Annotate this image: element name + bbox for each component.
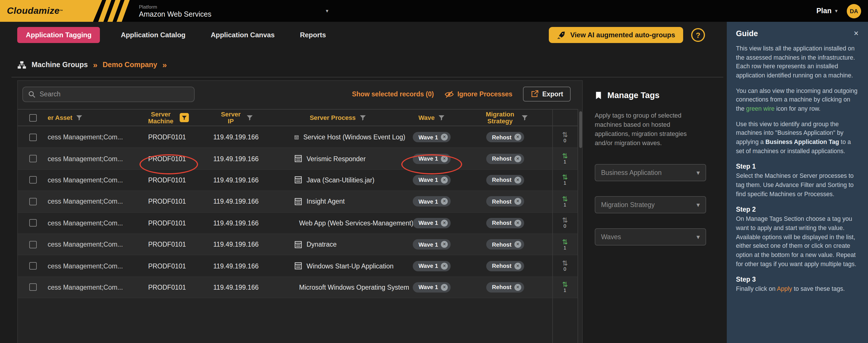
table-row[interactable]: cess Management;Com... PRODF0101 119.49.… — [18, 191, 578, 212]
connections-wire-icon[interactable]: ⇅ — [562, 152, 568, 160]
remove-tag-icon[interactable]: ✕ — [441, 284, 448, 291]
remove-tag-icon[interactable]: ✕ — [515, 220, 521, 227]
tab-application-catalog[interactable]: Application Catalog — [121, 31, 185, 39]
platform-selector[interactable]: Platform Amazon Web Services ▾ — [139, 4, 329, 18]
migration-strategy-dropdown[interactable]: Migration Strategy ▾ — [595, 196, 706, 213]
row-checkbox[interactable] — [29, 262, 36, 270]
active-filter-icon[interactable] — [180, 113, 189, 122]
tab-application-canvas[interactable]: Application Canvas — [211, 31, 275, 39]
row-checkbox[interactable] — [29, 219, 36, 227]
strategy-tag-pill[interactable]: Rehost ✕ — [486, 239, 524, 249]
filter-icon[interactable] — [359, 114, 366, 121]
wave-tag-pill[interactable]: Wave 1 ✕ — [413, 132, 451, 142]
vertical-scrollbar[interactable] — [578, 109, 582, 343]
remove-tag-icon[interactable]: ✕ — [515, 134, 521, 140]
connections-wire-icon[interactable]: ⇅ — [562, 196, 568, 203]
wave-tag-pill[interactable]: Wave 1 ✕ — [413, 218, 451, 228]
remove-tag-icon[interactable]: ✕ — [441, 220, 448, 227]
waves-dropdown[interactable]: Waves ▾ — [595, 228, 706, 245]
connections-wire-icon[interactable]: ⇅ — [562, 260, 568, 267]
row-checkbox[interactable] — [29, 155, 36, 162]
column-header-wave[interactable]: Wave — [405, 114, 458, 121]
row-checkbox[interactable] — [29, 176, 36, 184]
tab-application-tagging[interactable]: Application Tagging — [17, 27, 100, 43]
process-name: Dynatrace — [307, 241, 337, 248]
remove-tag-icon[interactable]: ✕ — [515, 198, 521, 205]
business-application-dropdown[interactable]: Business Application ▾ — [595, 164, 706, 181]
plan-menu[interactable]: Plan ▾ — [816, 7, 838, 15]
connections-wire-icon[interactable]: ⇅ — [562, 131, 568, 138]
filter-icon[interactable] — [246, 114, 253, 121]
select-all-checkbox[interactable] — [29, 114, 36, 121]
remove-tag-icon[interactable]: ✕ — [441, 155, 448, 162]
tab-reports[interactable]: Reports — [300, 31, 326, 39]
wave-tag-pill[interactable]: Wave 1 ✕ — [413, 175, 451, 185]
connections-wire-icon[interactable]: ⇅ — [562, 281, 568, 288]
avatar[interactable]: DA — [847, 4, 861, 18]
search-box[interactable] — [22, 86, 195, 102]
connections-wire-icon[interactable]: ⇅ — [562, 217, 568, 224]
server-asset-cell: cess Management;Com... — [48, 263, 133, 269]
column-header-migration-strategy[interactable]: Migration Strategy — [458, 110, 552, 125]
scrollbar-thumb[interactable] — [579, 111, 582, 148]
strategy-tag-pill[interactable]: Rehost ✕ — [486, 218, 524, 228]
process-name: Insight Agent — [307, 198, 345, 205]
wave-tag-pill[interactable]: Wave 1 ✕ — [413, 197, 451, 207]
table-row[interactable]: cess Management;Com... PRODF0101 119.49.… — [18, 127, 578, 148]
table-row[interactable]: cess Management;Com... PRODF0101 119.49.… — [18, 277, 578, 298]
filter-icon[interactable] — [438, 114, 445, 121]
process-name: Web App (Web Services-Management) — [299, 220, 413, 227]
strategy-tag-pill[interactable]: Rehost ✕ — [486, 261, 524, 271]
close-icon[interactable]: ✕ — [854, 30, 859, 37]
table-row[interactable]: cess Management;Com... PRODF0101 119.49.… — [18, 234, 578, 255]
table-row[interactable]: cess Management;Com... PRODF0101 119.49.… — [18, 212, 578, 234]
remove-tag-icon[interactable]: ✕ — [515, 177, 521, 183]
table-row[interactable]: cess Management;Com... PRODF0101 119.49.… — [18, 170, 578, 191]
breadcrumb-machine-groups[interactable]: Machine Groups — [32, 61, 88, 69]
strategy-tag-pill[interactable]: Rehost ✕ — [486, 175, 524, 185]
connections-cell: ⇅ 0 — [552, 260, 578, 272]
table-row[interactable]: cess Management;Com... PRODF0101 119.49.… — [18, 148, 578, 170]
guide-step-2-body: On Manage Tags Section choose a tag you … — [736, 215, 859, 269]
row-checkbox[interactable] — [29, 133, 36, 141]
strategy-tag-pill[interactable]: Rehost ✕ — [486, 282, 524, 293]
filter-icon[interactable] — [76, 114, 83, 121]
remove-tag-icon[interactable]: ✕ — [515, 284, 521, 291]
column-header-server-asset[interactable]: er Asset — [48, 114, 133, 121]
remove-tag-icon[interactable]: ✕ — [441, 198, 448, 205]
table-row[interactable]: cess Management;Com... PRODF0101 119.49.… — [18, 255, 578, 277]
guide-step-3-heading: Step 3 — [736, 276, 859, 283]
row-checkbox[interactable] — [29, 284, 36, 291]
row-checkbox[interactable] — [29, 198, 36, 205]
remove-tag-icon[interactable]: ✕ — [515, 241, 521, 248]
search-input[interactable] — [40, 91, 189, 98]
strategy-tag-pill[interactable]: Rehost ✕ — [486, 132, 524, 142]
breadcrumb-demo-company[interactable]: Demo Company — [102, 61, 157, 69]
remove-tag-icon[interactable]: ✕ — [515, 155, 521, 162]
row-checkbox[interactable] — [29, 241, 36, 248]
wave-tag-pill[interactable]: Wave 1 ✕ — [413, 239, 451, 249]
wave-tag-pill[interactable]: Wave 1 ✕ — [413, 282, 451, 293]
connections-cell: ⇅ 1 — [552, 196, 578, 208]
show-selected-records-link[interactable]: Show selected records (0) — [352, 91, 434, 98]
column-header-server-ip[interactable]: Server IP — [202, 110, 270, 125]
wave-tag-pill[interactable]: Wave 1 ✕ — [413, 153, 451, 164]
connections-wire-icon[interactable]: ⇅ — [562, 174, 568, 181]
connections-cell: ⇅ 1 — [552, 174, 578, 186]
help-button[interactable]: ? — [691, 28, 705, 42]
remove-tag-icon[interactable]: ✕ — [441, 177, 448, 183]
remove-tag-icon[interactable]: ✕ — [515, 263, 521, 269]
remove-tag-icon[interactable]: ✕ — [441, 134, 448, 140]
column-header-server-process[interactable]: Server Process — [270, 114, 405, 121]
export-button[interactable]: Export — [523, 87, 570, 102]
connections-wire-icon[interactable]: ⇅ — [562, 238, 568, 245]
strategy-tag-pill[interactable]: Rehost ✕ — [486, 197, 524, 207]
ignore-processes-link[interactable]: Ignore Processes — [444, 90, 513, 98]
remove-tag-icon[interactable]: ✕ — [441, 241, 448, 248]
remove-tag-icon[interactable]: ✕ — [441, 263, 448, 269]
column-header-server-machine[interactable]: Server Machine — [133, 110, 202, 125]
wave-tag-pill[interactable]: Wave 1 ✕ — [413, 261, 451, 271]
filter-icon[interactable] — [521, 114, 528, 121]
strategy-tag-pill[interactable]: Rehost ✕ — [486, 153, 524, 164]
view-ai-auto-groups-button[interactable]: View AI augmented auto-groups — [549, 27, 683, 43]
